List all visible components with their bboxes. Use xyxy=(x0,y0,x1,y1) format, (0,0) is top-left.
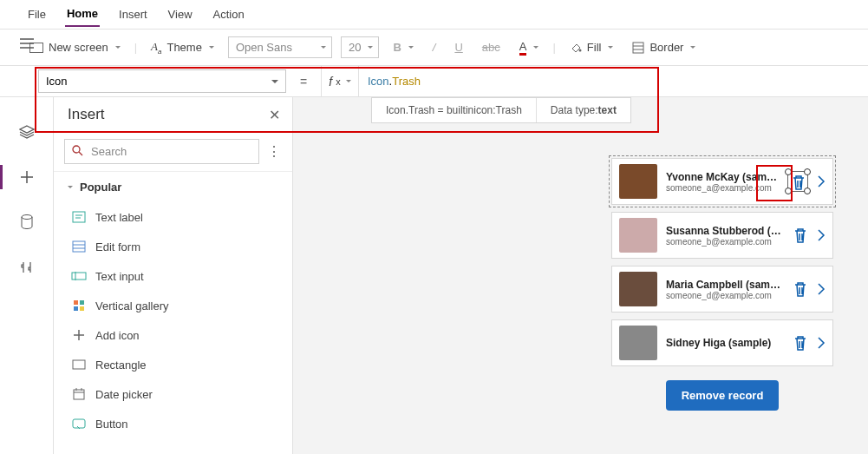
chevron-down-icon xyxy=(271,80,278,83)
item-label: Rectangle xyxy=(95,359,147,372)
svg-point-11 xyxy=(73,146,80,153)
chevron-down-icon xyxy=(690,46,695,49)
close-icon[interactable]: ✕ xyxy=(269,107,280,123)
insert-panel-header: Insert ✕ xyxy=(54,97,292,132)
rectangle-icon xyxy=(71,357,87,372)
trash-icon[interactable] xyxy=(793,280,808,298)
contact-name: Susanna Stubberod (sample) xyxy=(666,225,784,237)
strike-button[interactable]: abc xyxy=(477,37,506,57)
gallery-item[interactable]: Yvonne McKay (sample) someone_a@example.… xyxy=(611,158,833,205)
layers-icon xyxy=(19,125,35,139)
tab-view[interactable]: View xyxy=(166,3,194,26)
edit-form-icon xyxy=(71,239,87,254)
selection-handles[interactable] xyxy=(787,171,808,192)
rail-tree[interactable] xyxy=(13,118,41,146)
text-input-icon xyxy=(71,268,87,284)
italic-button[interactable]: / xyxy=(427,37,441,57)
contact-email: someone_a@example.com xyxy=(666,183,779,193)
formula-token-prop: Trash xyxy=(392,75,421,88)
remove-record-button[interactable]: Remove record xyxy=(666,380,780,411)
chevron-right-icon[interactable] xyxy=(817,175,826,188)
tab-action[interactable]: Action xyxy=(212,3,246,26)
svg-rect-16 xyxy=(73,241,85,252)
chevron-right-icon[interactable] xyxy=(817,337,826,349)
formula-input[interactable]: Icon.Trash xyxy=(359,66,868,96)
chevron-down-icon xyxy=(408,46,414,49)
formula-hint: Icon.Trash = builtinicon:Trash Data type… xyxy=(371,97,631,123)
gallery-item[interactable]: Susanna Stubberod (sample) someone_b@exa… xyxy=(611,212,833,259)
fx-button[interactable]: fx xyxy=(321,66,359,96)
theme-button[interactable]: Aa Theme xyxy=(146,36,219,59)
insert-item-text-label[interactable]: Text label xyxy=(54,202,292,232)
insert-more-button[interactable]: ⋮ xyxy=(266,143,282,160)
item-label: Button xyxy=(95,418,128,431)
add-icon-icon xyxy=(71,327,87,343)
font-size-select[interactable]: 20 xyxy=(341,36,379,58)
svg-rect-27 xyxy=(73,360,85,369)
gallery-icon xyxy=(71,298,87,313)
left-rail xyxy=(0,97,54,454)
underline-button[interactable]: U xyxy=(449,37,467,57)
hamburger-icon xyxy=(20,38,34,49)
bold-button[interactable]: B xyxy=(388,37,418,57)
item-label: Edit form xyxy=(95,240,140,253)
formula-token-type: Icon xyxy=(368,75,389,88)
fill-button[interactable]: Fill xyxy=(565,37,619,57)
gallery-item[interactable]: Maria Campbell (sample) someone_d@exampl… xyxy=(611,266,833,313)
item-label: Text label xyxy=(95,211,143,224)
item-label: Text input xyxy=(95,270,144,283)
canvas[interactable]: Yvonne McKay (sample) someone_a@example.… xyxy=(293,97,868,454)
tab-insert[interactable]: Insert xyxy=(117,3,149,26)
insert-item-edit-form[interactable]: Edit form xyxy=(54,232,292,261)
font-value: Open Sans xyxy=(236,41,292,54)
insert-item-list: Text label Edit form Text input Vertical… xyxy=(54,202,292,438)
item-label: Vertical gallery xyxy=(95,299,169,313)
svg-rect-24 xyxy=(80,306,84,311)
insert-item-button[interactable]: Button xyxy=(54,409,292,438)
fill-icon xyxy=(570,42,582,54)
chevron-right-icon[interactable] xyxy=(817,229,826,241)
plus-icon xyxy=(20,170,34,184)
fill-label: Fill xyxy=(587,41,602,54)
chevron-down-icon xyxy=(368,46,373,49)
rail-hamburger[interactable] xyxy=(13,30,41,57)
svg-point-10 xyxy=(22,215,32,220)
border-button[interactable]: Border xyxy=(627,37,701,57)
trash-icon[interactable] xyxy=(793,227,808,244)
svg-rect-22 xyxy=(80,300,84,305)
category-header[interactable]: Popular xyxy=(54,171,292,202)
button-icon xyxy=(71,416,87,431)
gallery-control[interactable]: Yvonne McKay (sample) someone_a@example.… xyxy=(611,158,833,411)
item-label: Date picker xyxy=(95,388,153,401)
insert-item-add-icon[interactable]: Add icon xyxy=(54,320,292,350)
chevron-down-icon xyxy=(115,46,121,49)
chevron-right-icon[interactable] xyxy=(817,283,826,295)
theme-icon: Aa xyxy=(151,40,161,56)
chevron-down-icon xyxy=(533,46,538,49)
theme-label: Theme xyxy=(166,41,201,54)
database-icon xyxy=(21,214,33,230)
search-placeholder: Search xyxy=(91,145,127,158)
insert-item-vertical-gallery[interactable]: Vertical gallery xyxy=(54,291,292,320)
property-select[interactable]: Icon xyxy=(38,69,286,93)
main-area: Insert ✕ Search ⋮ Popular Text label Edi… xyxy=(0,97,868,454)
contact-name: Yvonne McKay (sample) xyxy=(666,171,779,183)
font-color-button[interactable]: A xyxy=(514,36,545,59)
tab-file[interactable]: File xyxy=(26,3,48,26)
insert-search-input[interactable]: Search xyxy=(64,139,259,164)
avatar xyxy=(619,164,657,199)
insert-item-date-picker[interactable]: Date picker xyxy=(54,379,292,409)
insert-item-text-input[interactable]: Text input xyxy=(54,261,292,291)
rail-tools[interactable] xyxy=(13,253,41,281)
text-label-icon xyxy=(71,209,87,225)
font-size-value: 20 xyxy=(349,41,361,54)
font-select[interactable]: Open Sans xyxy=(228,36,332,58)
gallery-item[interactable]: Sidney Higa (sample) xyxy=(611,319,833,366)
rail-data[interactable] xyxy=(13,208,41,236)
tab-home[interactable]: Home xyxy=(65,2,100,27)
trash-icon[interactable] xyxy=(793,334,808,352)
insert-item-rectangle[interactable]: Rectangle xyxy=(54,350,292,379)
svg-line-12 xyxy=(79,152,82,155)
contact-name: Maria Campbell (sample) xyxy=(666,279,784,291)
rail-insert[interactable] xyxy=(13,163,41,191)
